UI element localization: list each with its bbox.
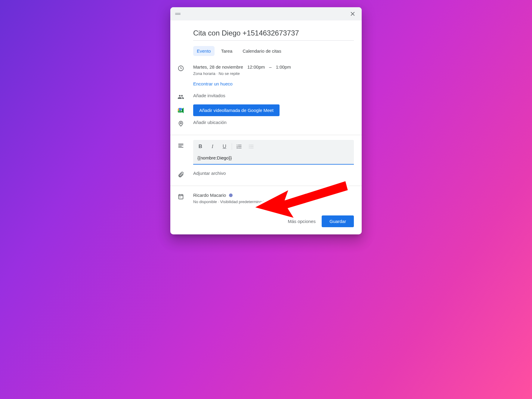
event-end-time[interactable]: 1:00pm — [276, 64, 291, 70]
description-row: B I U {{nombre:Diego}} — [176, 135, 354, 166]
attachment-row[interactable]: Adjuntar archivo — [176, 166, 354, 180]
event-date[interactable]: Martes, 28 de noviembre — [193, 64, 243, 70]
google-meet-icon — [178, 107, 184, 114]
description-icon — [178, 142, 184, 149]
datetime-row[interactable]: Martes, 28 de noviembre 12:00pm – 1:00pm… — [176, 63, 354, 91]
calendar-color-dot — [229, 193, 233, 197]
svg-point-4 — [180, 196, 181, 197]
format-toolbar: B I U — [193, 140, 354, 152]
numbered-list-icon — [236, 144, 242, 150]
close-icon — [349, 11, 356, 17]
toolbar-separator — [232, 143, 232, 150]
add-location-placeholder[interactable]: Añadir ubicación — [193, 120, 354, 125]
find-time-link[interactable]: Encontrar un hueco — [193, 81, 354, 86]
attach-file-placeholder[interactable]: Adjuntar archivo — [193, 171, 354, 176]
people-icon — [178, 94, 184, 100]
svg-rect-1 — [178, 109, 179, 111]
event-type-tabs: Evento Tarea Calendario de citas — [193, 46, 354, 56]
underline-button[interactable]: U — [218, 142, 230, 151]
event-title-input[interactable] — [193, 26, 354, 41]
more-options-button[interactable]: Más opciones — [288, 219, 316, 224]
paperclip-icon — [178, 171, 184, 178]
time-separator: – — [269, 64, 271, 70]
bold-button[interactable]: B — [194, 142, 206, 151]
dialog-header — [170, 7, 362, 20]
availability-visibility-label: No disponible · Visibilidad predetermina… — [193, 200, 354, 204]
numbered-list-button[interactable] — [233, 142, 245, 151]
timezone-repeat-label[interactable]: Zona horaria · No se repite — [193, 71, 354, 76]
svg-point-2 — [180, 122, 182, 124]
calendar-owner-name: Ricardo Macario — [193, 193, 226, 198]
close-button[interactable] — [347, 8, 358, 19]
tab-event[interactable]: Evento — [193, 46, 215, 56]
event-start-time[interactable]: 12:00pm — [247, 64, 265, 70]
description-textarea[interactable]: {{nombre:Diego}} — [193, 152, 354, 164]
add-guests-placeholder[interactable]: Añade invitados — [193, 93, 354, 98]
description-editor[interactable]: B I U {{nombre:Diego}} — [193, 140, 354, 165]
location-icon — [178, 120, 184, 127]
drag-handle-icon[interactable] — [175, 12, 181, 15]
guests-row[interactable]: Añade invitados — [176, 91, 354, 102]
calendar-owner-row[interactable]: Ricardo Macario No disponible · Visibili… — [176, 191, 354, 206]
svg-rect-3 — [179, 195, 183, 199]
location-row[interactable]: Añadir ubicación — [176, 118, 354, 129]
add-google-meet-button[interactable]: Añadir videollamada de Google Meet — [193, 104, 280, 116]
event-quick-create-dialog: Evento Tarea Calendario de citas Martes,… — [170, 7, 362, 234]
tab-task[interactable]: Tarea — [218, 46, 236, 56]
dialog-footer: Más opciones Guardar — [170, 208, 362, 234]
video-call-row: Añadir videollamada de Google Meet — [176, 102, 354, 118]
bulleted-list-button[interactable] — [245, 142, 257, 151]
italic-button[interactable]: I — [206, 142, 218, 151]
clock-icon — [178, 65, 184, 72]
bulleted-list-icon — [248, 144, 254, 150]
save-button[interactable]: Guardar — [322, 215, 354, 227]
tab-appointment-schedule[interactable]: Calendario de citas — [239, 46, 285, 56]
calendar-icon — [178, 193, 184, 200]
